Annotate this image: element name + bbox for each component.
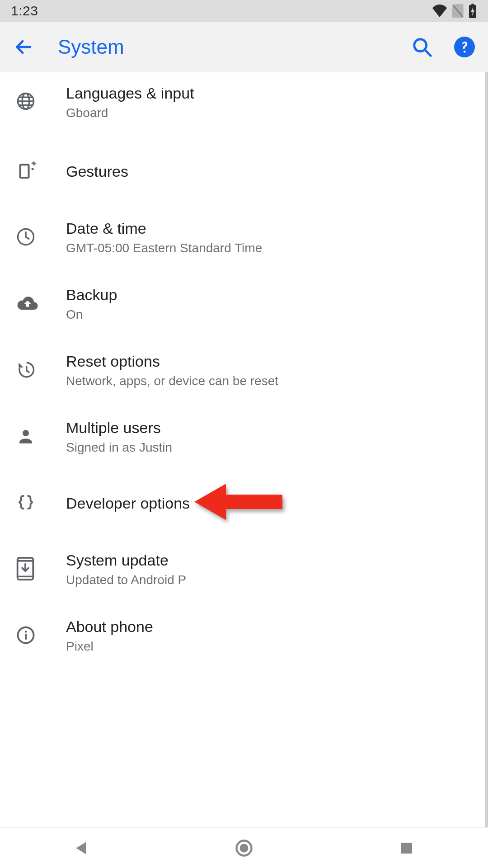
navigation-bar: [0, 827, 488, 868]
nav-home-button[interactable]: [228, 832, 260, 864]
setting-item-subtitle: Pixel: [66, 639, 153, 654]
setting-item-title: About phone: [66, 618, 153, 636]
setting-item-date-time[interactable]: Date & time GMT-05:00 Eastern Standard T…: [0, 204, 485, 271]
setting-item-subtitle: Gboard: [66, 106, 194, 120]
svg-point-18: [25, 630, 27, 632]
setting-item-subtitle: Signed in as Justin: [66, 440, 172, 455]
setting-item-title: Gestures: [66, 163, 128, 180]
setting-item-subtitle: On: [66, 307, 117, 322]
status-bar: 1:23: [0, 0, 488, 22]
back-button[interactable]: [11, 34, 36, 60]
setting-item-reset-options[interactable]: Reset options Network, apps, or device c…: [0, 337, 485, 404]
setting-item-title: Multiple users: [66, 419, 172, 437]
gestures-icon: [16, 160, 37, 183]
help-button[interactable]: [452, 34, 477, 60]
setting-item-subtitle: Network, apps, or device can be reset: [66, 374, 278, 388]
setting-item-gestures[interactable]: Gestures: [0, 138, 485, 204]
search-button[interactable]: [409, 34, 435, 60]
setting-item-title: Date & time: [66, 220, 262, 237]
setting-item-title: Reset options: [66, 353, 278, 370]
restore-icon: [16, 360, 35, 381]
clock-icon: [16, 227, 35, 248]
cloud-upload-icon: [16, 295, 39, 314]
info-icon: [16, 626, 35, 646]
annotation-arrow-icon: [194, 482, 285, 524]
setting-item-developer-options[interactable]: Developer options: [0, 470, 485, 536]
setting-item-title: Backup: [66, 286, 117, 304]
setting-item-backup[interactable]: Backup On: [0, 271, 485, 337]
svg-point-20: [239, 844, 248, 852]
svg-line-3: [425, 50, 431, 55]
battery-charging-icon: [468, 4, 477, 18]
svg-point-12: [23, 430, 29, 436]
setting-item-multiple-users[interactable]: Multiple users Signed in as Justin: [0, 404, 485, 470]
setting-item-title: Developer options: [66, 495, 190, 512]
svg-point-10: [32, 168, 34, 170]
setting-item-system-update[interactable]: System update Updated to Android P: [0, 536, 485, 603]
nav-back-button[interactable]: [65, 832, 98, 864]
app-bar: System: [0, 22, 488, 72]
svg-rect-17: [25, 634, 27, 639]
page-title: System: [58, 36, 124, 58]
svg-rect-1: [471, 4, 474, 5]
setting-item-title: Languages & input: [66, 85, 194, 102]
no-sim-icon: [452, 4, 464, 18]
setting-item-about-phone[interactable]: About phone Pixel: [0, 603, 485, 669]
setting-item-subtitle: GMT-05:00 Eastern Standard Time: [66, 241, 262, 255]
nav-recent-button[interactable]: [390, 832, 423, 864]
svg-rect-9: [21, 165, 28, 177]
code-braces-icon: [16, 493, 35, 514]
svg-rect-21: [401, 843, 412, 854]
wifi-icon: [432, 5, 447, 17]
settings-list[interactable]: Languages & input Gboard Gestures Date &…: [0, 72, 488, 827]
setting-item-subtitle: Updated to Android P: [66, 573, 186, 587]
system-update-icon: [16, 557, 34, 582]
setting-item-languages-input[interactable]: Languages & input Gboard: [0, 72, 485, 138]
setting-item-title: System update: [66, 552, 186, 569]
status-time: 1:23: [11, 3, 38, 19]
globe-icon: [16, 92, 35, 113]
person-icon: [16, 427, 35, 448]
